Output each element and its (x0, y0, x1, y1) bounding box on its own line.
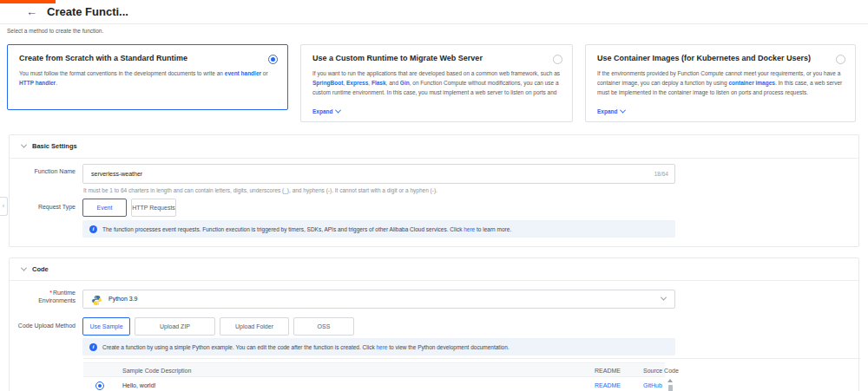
github-link[interactable]: GitHub (643, 377, 662, 391)
code-panel: Code *Runtime Environments Python 3.9 Co… (9, 257, 859, 391)
chevron-down-icon (620, 108, 626, 114)
python-docs-link[interactable]: here (376, 344, 387, 350)
col-source-code: Source Code (643, 363, 679, 378)
function-name-label: Function Name (10, 168, 76, 174)
learn-more-link[interactable]: here (464, 226, 475, 232)
page-title: Create Functi... (47, 5, 128, 18)
http-requests-button[interactable]: HTTP Requests (131, 199, 176, 217)
python-icon (91, 294, 102, 310)
function-name-value: serverless-weather (91, 165, 142, 183)
event-handler-link[interactable]: event handler (225, 70, 261, 76)
sample-description: Hello, world! (122, 377, 156, 391)
radio-standard-runtime[interactable] (268, 55, 278, 64)
radio-custom-runtime[interactable] (553, 55, 562, 64)
divider (83, 358, 860, 359)
card-text: . (56, 80, 57, 86)
card-custom-runtime[interactable]: Use a Custom Runtime to Migrate Web Serv… (300, 44, 573, 122)
divider (10, 158, 858, 159)
express-link[interactable]: Express (346, 80, 368, 86)
radio-container-images[interactable] (836, 55, 845, 64)
sample-row-radio[interactable] (95, 381, 104, 390)
card-title: Use a Custom Runtime to Migrate Web Serv… (312, 54, 561, 62)
table-scrollbar[interactable] (667, 379, 673, 391)
col-readme: README (595, 363, 621, 378)
banner-text: The function processes event requests. F… (102, 226, 511, 232)
runtime-value: Python 3.9 (108, 290, 137, 308)
sample-table-row[interactable]: Hello, world! README GitHub (83, 377, 665, 391)
section-title: Code (32, 265, 49, 273)
use-sample-code-button[interactable]: Use Sample Code (82, 317, 130, 336)
divider (10, 280, 858, 281)
brand-progress-bar (0, 0, 56, 3)
card-text: or (261, 70, 268, 76)
flask-link[interactable]: Flask (372, 80, 386, 86)
function-name-helper: It must be 1 to 64 charters in length an… (83, 187, 437, 193)
oss-button[interactable]: OSS (293, 317, 354, 336)
card-text: , and (386, 80, 400, 86)
readme-link[interactable]: README (595, 377, 621, 391)
page-header (0, 0, 868, 24)
function-name-input[interactable]: serverless-weather 18/64 (82, 164, 675, 184)
sample-table-header: Sample Code Description README Source Co… (83, 362, 665, 377)
page-subtitle: Select a method to create the function. (7, 28, 103, 34)
back-arrow-icon[interactable]: ← (26, 5, 37, 18)
card-standard-runtime[interactable]: Create from Scratch with a Standard Runt… (7, 44, 288, 110)
scrollbar-thumb[interactable] (668, 385, 673, 391)
card-text: You must follow the format conventions i… (19, 70, 225, 76)
basic-settings-section-toggle[interactable]: Basic Settings (22, 142, 77, 150)
char-counter: 18/64 (654, 165, 668, 183)
springboot-link[interactable]: SpringBoot (312, 80, 343, 86)
card-description: If you want to run the applications that… (312, 68, 561, 98)
card-container-images[interactable]: Use Container Images (for Kubernetes and… (585, 44, 856, 122)
gin-link[interactable]: Gin (400, 80, 410, 86)
event-requests-button[interactable]: Event Requests (82, 199, 127, 217)
required-mark: * (49, 290, 52, 296)
chevron-down-icon (335, 108, 341, 114)
sidebar-collapse-handle[interactable]: › (0, 197, 8, 216)
code-upload-method-label: Code Upload Method (10, 323, 76, 329)
basic-settings-panel: Basic Settings Function Name serverless-… (9, 134, 859, 247)
section-title: Basic Settings (32, 142, 77, 150)
chevron-down-icon (661, 295, 667, 301)
chevron-down-icon (21, 142, 27, 148)
create-function-page: ← Create Functi... Select a method to cr… (0, 0, 868, 391)
code-section-toggle[interactable]: Code (22, 265, 49, 273)
info-icon: i (89, 343, 97, 351)
card-text: If you want to run the applications that… (312, 70, 560, 76)
container-images-link[interactable]: container images (728, 80, 774, 86)
chevron-down-icon (21, 265, 27, 271)
expand-link[interactable]: Expand (597, 108, 625, 114)
upload-zip-button[interactable]: Upload ZIP (135, 317, 215, 336)
upload-folder-button[interactable]: Upload Folder (220, 317, 289, 336)
card-description: You must follow the format conventions i… (19, 68, 276, 88)
runtime-environments-label: *Runtime Environments (10, 289, 76, 304)
expand-link[interactable]: Expand (312, 108, 340, 114)
card-title: Create from Scratch with a Standard Runt… (19, 54, 276, 62)
request-type-label: Request Type (10, 204, 76, 210)
info-icon: i (89, 225, 97, 233)
scroll-up-icon[interactable] (667, 379, 673, 382)
sample-code-info-banner: i Create a function by using a simple Py… (82, 338, 675, 355)
col-description: Sample Code Description (122, 363, 191, 378)
banner-text: Create a function by using a simple Pyth… (102, 344, 510, 350)
runtime-select[interactable]: Python 3.9 (82, 290, 675, 309)
card-description: If the environments provided by Function… (597, 68, 844, 97)
card-title: Use Container Images (for Kubernetes and… (597, 54, 844, 62)
request-type-info-banner: i The function processes event requests.… (82, 220, 675, 238)
http-handler-link[interactable]: HTTP handler (19, 80, 56, 86)
